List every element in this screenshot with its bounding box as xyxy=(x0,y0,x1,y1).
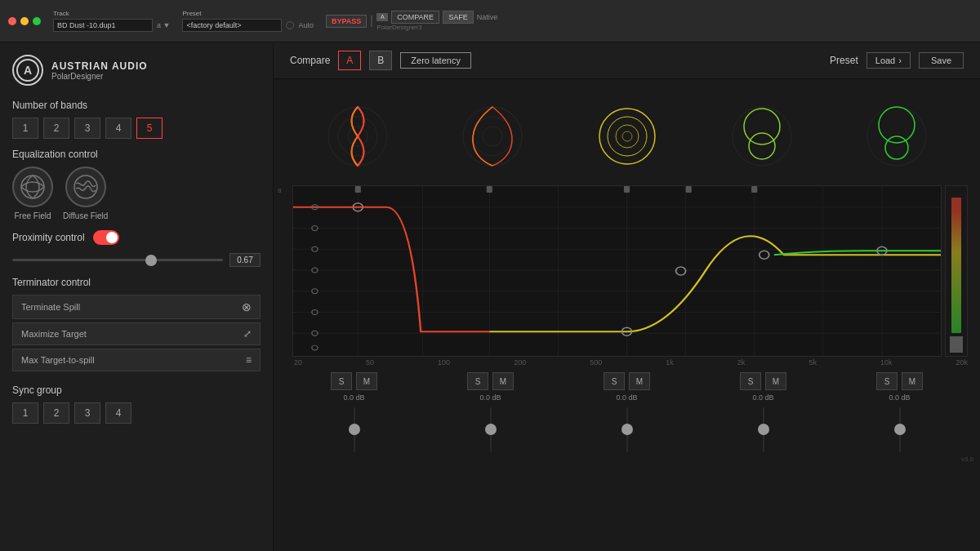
svg-point-16 xyxy=(749,133,775,159)
svg-point-19 xyxy=(885,136,908,159)
sync-btn-4[interactable]: 4 xyxy=(105,402,131,424)
logo-icon: A xyxy=(12,55,43,86)
freq-500: 500 xyxy=(590,358,602,367)
terminate-spill-btn[interactable]: Terminate Spill ⊗ xyxy=(12,295,261,319)
zero-latency-button[interactable]: Zero latency xyxy=(400,52,471,69)
polar-band-2[interactable] xyxy=(460,104,525,169)
band4-mute[interactable]: M xyxy=(765,372,786,390)
maximize-target-btn[interactable]: Maximize Target ⤢ xyxy=(12,322,261,345)
titlebar-buttons: BYPASS A COMPARE SAFE Native PolarDesign… xyxy=(326,11,497,31)
close-icon[interactable] xyxy=(8,17,16,25)
polar-band-1[interactable] xyxy=(325,104,390,169)
brand-name: AUSTRIAN AUDIO xyxy=(51,60,148,72)
freq-handle-3[interactable] xyxy=(624,186,630,193)
bands-section: Number of bands 1 2 3 4 5 xyxy=(12,100,261,139)
band2-solo[interactable]: S xyxy=(467,372,488,390)
band-btn-3[interactable]: 3 xyxy=(74,118,100,139)
proximity-slider[interactable] xyxy=(12,259,223,261)
ab-a-button[interactable]: A xyxy=(338,51,361,70)
proximity-header: Proximity control xyxy=(12,230,261,245)
band3-sm: S M xyxy=(604,372,650,390)
load-button[interactable]: Load › xyxy=(866,52,911,69)
svg-point-7 xyxy=(463,107,522,166)
polar-pattern-row xyxy=(274,79,980,185)
y-label-8: 8 xyxy=(278,187,292,194)
band1-thumb[interactable] xyxy=(349,424,360,435)
graph-canvas[interactable] xyxy=(292,185,942,357)
sync-btn-3[interactable]: 3 xyxy=(74,402,100,424)
band5-thumb[interactable] xyxy=(894,424,906,435)
band2-gain-value: 0.0 dB xyxy=(479,393,501,402)
max-target-spill-btn[interactable]: Max Target-to-spill ≡ xyxy=(12,349,261,371)
bypass-button[interactable]: BYPASS xyxy=(326,15,367,28)
band-btn-4[interactable]: 4 xyxy=(105,118,131,139)
band1-mute[interactable]: M xyxy=(356,372,377,390)
chevron-right-icon: › xyxy=(898,56,902,65)
band4-solo[interactable]: S xyxy=(740,372,761,390)
band-btn-2[interactable]: 2 xyxy=(43,118,69,139)
band2-gain: 0.0 dB xyxy=(479,393,501,454)
minimize-icon[interactable] xyxy=(20,17,29,25)
band5-solo[interactable]: S xyxy=(876,372,898,390)
polar-band-5[interactable] xyxy=(864,104,929,169)
band4-slider-container xyxy=(763,405,764,454)
plugin-instance: PolarDesigner3 xyxy=(376,24,497,31)
freq-handle-1[interactable] xyxy=(355,186,361,193)
main-area: A AUSTRIAN AUDIO PolarDesigner Number of… xyxy=(0,42,980,551)
band2-sm: S M xyxy=(467,372,514,390)
diffuse-field-btn[interactable]: Diffuse Field xyxy=(63,167,108,220)
band2-thumb[interactable] xyxy=(485,424,497,435)
freq-handle-2[interactable] xyxy=(487,186,492,193)
level-meter xyxy=(945,185,968,357)
svg-point-18 xyxy=(879,107,915,143)
divider xyxy=(371,16,372,27)
polar-band-3[interactable] xyxy=(595,104,660,169)
proximity-slider-row: 0.67 xyxy=(12,253,261,267)
band-control-1: S M 0.0 dB xyxy=(318,372,391,454)
proximity-toggle[interactable] xyxy=(93,230,119,245)
band5-gain-value: 0.0 dB xyxy=(889,393,910,402)
track-input[interactable] xyxy=(53,19,153,32)
logo-small: A xyxy=(376,13,388,21)
diffuse-field-icon xyxy=(65,167,106,207)
band4-sm: S M xyxy=(740,372,786,390)
band4-gain-value: 0.0 dB xyxy=(752,393,773,402)
ab-b-button[interactable]: B xyxy=(369,51,392,70)
band-btn-1[interactable]: 1 xyxy=(12,118,38,139)
svg-point-9 xyxy=(483,127,502,146)
freq-handle-4[interactable] xyxy=(686,186,692,193)
freq-50: 50 xyxy=(366,358,374,367)
band5-mute[interactable]: M xyxy=(902,372,923,390)
band4-gain: 0.0 dB xyxy=(752,393,773,454)
safe-button: SAFE xyxy=(443,11,474,24)
level-meter-knob[interactable] xyxy=(950,336,963,353)
diffuse-field-label: Diffuse Field xyxy=(63,211,108,220)
maximize-icon[interactable] xyxy=(33,17,41,25)
maximize-icon: ⤢ xyxy=(243,328,252,340)
band5-slider-container xyxy=(899,405,901,454)
sync-btn-2[interactable]: 2 xyxy=(43,402,69,424)
band1-solo[interactable]: S xyxy=(331,372,352,390)
band-control-2: S M 0.0 dB xyxy=(454,372,528,454)
preset-input[interactable] xyxy=(182,19,282,32)
band4-thumb[interactable] xyxy=(758,424,769,435)
band3-thumb[interactable] xyxy=(621,424,633,435)
max-icon: ≡ xyxy=(246,354,252,366)
titlebar: Track a ▼ Preset Auto BYPASS A COMPARE S… xyxy=(0,0,980,42)
band4-handle[interactable] xyxy=(760,251,769,259)
sync-btn-1[interactable]: 1 xyxy=(12,402,38,424)
band-btn-5[interactable]: 5 xyxy=(136,118,163,139)
polar-band-4[interactable] xyxy=(729,104,795,169)
band2-handle[interactable] xyxy=(676,267,686,275)
save-button[interactable]: Save xyxy=(919,52,964,69)
band3-mute[interactable]: M xyxy=(629,372,650,390)
proximity-section: Proximity control 0.67 xyxy=(12,230,261,267)
band3-solo[interactable]: S xyxy=(604,372,625,390)
svg-point-15 xyxy=(744,109,780,144)
freq-handle-5[interactable] xyxy=(751,186,757,193)
band2-mute[interactable]: M xyxy=(492,372,514,390)
free-field-btn[interactable]: Free Field xyxy=(12,167,53,220)
compare-button[interactable]: COMPARE xyxy=(391,11,439,24)
freq-5k: 5k xyxy=(808,358,817,367)
band-control-5: S M 0.0 dB xyxy=(863,372,937,454)
